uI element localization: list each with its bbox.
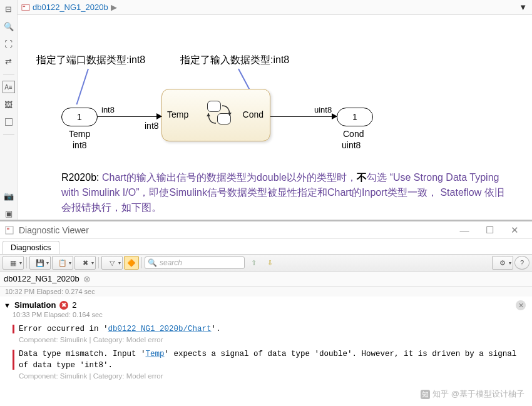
error-icon: ✖ (59, 301, 68, 310)
diag-title-text: Diagnostic Viewer (19, 225, 452, 235)
stateflow-icon (206, 101, 235, 129)
chart-out-label: Cond (243, 109, 263, 119)
inport-dtype: int8 (73, 140, 87, 150)
separator (26, 257, 27, 268)
highlight-button[interactable]: 🔶 (124, 256, 139, 270)
search-input[interactable]: 🔍search (145, 256, 245, 269)
maximize-button[interactable]: ☐ (477, 225, 502, 236)
annotation-connector (76, 69, 89, 105)
signal-arrow-icon (332, 113, 337, 119)
dismiss-icon[interactable]: ✕ (516, 300, 526, 310)
error-message-1: Error occurred in 'db0122_NG1_2020b/Char… (13, 323, 528, 335)
description-text: R2020b: Chart的输入输出信号的数据类型为double以外的类型时，不… (61, 170, 513, 215)
breadcrumb-dropdown-icon[interactable]: ▼ (519, 3, 527, 12)
fit-icon[interactable]: ⛶ (3, 38, 15, 50)
collapse-icon[interactable]: ▼ (4, 302, 11, 309)
annotation-connector (238, 69, 251, 91)
diag-titlebar[interactable]: Diagnostic Viewer — ☐ ✕ (0, 221, 532, 239)
image-icon[interactable]: 🖼 (3, 98, 15, 111)
error-count: 2 (72, 300, 76, 310)
annotation-right: 指定了输入数据类型:int8 (180, 54, 289, 67)
diag-body[interactable]: ✕ ▼ Simulation ✖ 2 10:33 PM Elapsed: 0.1… (0, 297, 532, 406)
model-icon (21, 3, 30, 12)
close-tab-icon[interactable]: ⊗ (83, 274, 91, 284)
canvas-area: db0122_NG1_2020b ▶ ▼ 指定了端口数据类型:int8 指定了输… (18, 0, 532, 220)
diag-tabs: Diagnostics (0, 239, 532, 254)
prev-result-button[interactable]: ⇧ (246, 256, 261, 270)
view-button[interactable]: ▦ (3, 256, 24, 270)
tab-diagnostics[interactable]: Diagnostics (3, 241, 59, 254)
hide-toolstrip-icon[interactable]: ⊟ (3, 3, 15, 15)
timestamp-1: 10:32 PM Elapsed: 0.274 sec (0, 287, 532, 297)
next-result-button[interactable]: ⇩ (262, 256, 277, 270)
annotation-left: 指定了端口数据类型:int8 (36, 54, 145, 67)
close-button[interactable]: ✕ (502, 225, 527, 236)
svg-marker-3 (207, 113, 210, 116)
chart-in-label: Temp (167, 109, 188, 119)
search-icon: 🔍 (148, 258, 157, 267)
svg-rect-4 (6, 226, 13, 234)
error-link-temp[interactable]: Temp (146, 350, 165, 358)
outport-block[interactable]: 1 (337, 108, 373, 126)
error-meta-1: Component: Simulink | Category: Model er… (19, 336, 528, 343)
diag-model-tab[interactable]: db0122_NG1_2020b ⊗ (0, 272, 532, 287)
desc-prefix: R2020b: (61, 172, 102, 183)
desc-body1: Chart的输入输出信号的数据类型为double以外的类型时， (102, 172, 357, 183)
help-button[interactable]: ? (514, 256, 529, 270)
annotation-icon[interactable]: A≡ (3, 81, 15, 93)
desc-bold: 不 (357, 172, 367, 183)
save-button[interactable]: 💾 (29, 256, 51, 270)
stateflow-chart-block[interactable]: Temp int8 Cond (161, 89, 270, 141)
svg-rect-1 (23, 6, 26, 7)
separator (3, 134, 14, 135)
error-link-chart[interactable]: db0122_NG1_2020b/Chart (108, 325, 212, 333)
outport-name: Cond (343, 129, 364, 139)
simulink-editor: ⊟ 🔍 ⛶ ⇄ A≡ 🖼 📷 ▣ db0122_NG1_2020b ▶ ▼ 指定… (0, 0, 532, 220)
separator (98, 257, 99, 268)
zoom-icon[interactable]: 🔍 (3, 20, 15, 33)
signal1-dtype: int8 (101, 105, 115, 114)
diag-toolbar: ▦ 💾 📋 ✖ ▽ 🔶 🔍search ⇧ ⇩ ⚙ ? (0, 254, 532, 272)
outport-number: 1 (352, 112, 357, 122)
timestamp-2: 10:33 PM Elapsed: 0.164 sec (4, 310, 528, 320)
clear-button[interactable]: ✖ (74, 256, 96, 270)
breadcrumb[interactable]: db0122_NG1_2020b ▶ ▼ (18, 0, 532, 15)
copy-button[interactable]: 📋 (52, 256, 73, 270)
svg-rect-0 (22, 4, 29, 10)
minimize-button[interactable]: — (452, 225, 477, 235)
breadcrumb-arrow-icon[interactable]: ▶ (111, 3, 117, 12)
inport-number: 1 (77, 112, 82, 122)
diag-app-icon (5, 225, 15, 235)
inport-name: Temp (69, 129, 90, 139)
diagnostic-viewer-window: Diagnostic Viewer — ☐ ✕ Diagnostics ▦ 💾 … (0, 220, 532, 406)
signal2-dtype: uint8 (314, 105, 332, 114)
signal-line (98, 116, 161, 117)
separator (3, 74, 14, 74)
record-icon[interactable]: ▣ (3, 207, 15, 220)
svg-rect-5 (7, 228, 9, 230)
breadcrumb-model[interactable]: db0122_NG1_2020b (33, 3, 108, 12)
area-icon[interactable] (3, 116, 15, 128)
filter-button[interactable]: ▽ (101, 256, 123, 270)
signal-line (270, 116, 337, 117)
sim-label: Simulation (14, 300, 56, 310)
svg-marker-2 (228, 113, 232, 116)
screenshot-icon[interactable]: 📷 (3, 190, 15, 202)
sim-section-header[interactable]: ▼ Simulation ✖ 2 (4, 298, 528, 310)
settings-button[interactable]: ⚙ (492, 256, 513, 270)
error-message-2: Data type mismatch. Input 'Temp' expects… (13, 348, 528, 371)
signal-arrow-icon (156, 113, 162, 119)
diag-model-name: db0122_NG1_2020b (4, 274, 79, 283)
model-canvas[interactable]: 指定了端口数据类型:int8 指定了输入数据类型:int8 1 Temp int… (18, 15, 532, 220)
outport-dtype: uint8 (342, 140, 361, 150)
error-meta-2: Component: Simulink | Category: Model er… (19, 372, 528, 380)
left-toolbar: ⊟ 🔍 ⛶ ⇄ A≡ 🖼 📷 ▣ (0, 0, 18, 220)
search-placeholder: search (160, 258, 182, 267)
separator (141, 257, 142, 268)
inport-block[interactable]: 1 (61, 108, 98, 126)
chart-in-dtype: int8 (145, 121, 159, 131)
arrows-icon[interactable]: ⇄ (3, 55, 15, 68)
